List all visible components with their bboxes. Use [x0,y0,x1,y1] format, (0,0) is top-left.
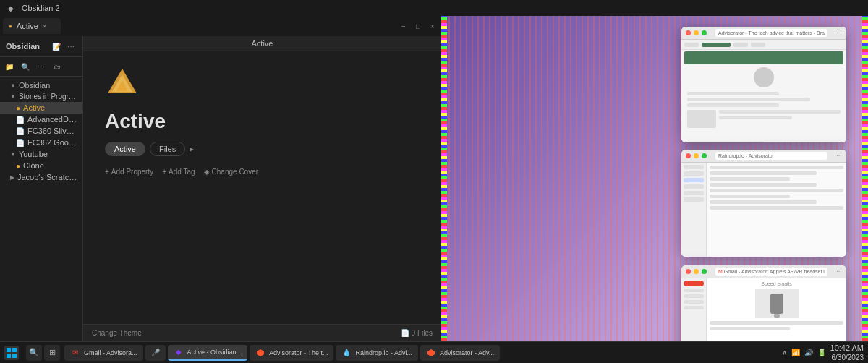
tree-item-obsidian-root[interactable]: ▼ Obsidian [0,80,82,91]
note-icon: 📄 [16,127,25,135]
graph-icon[interactable]: ⋯ [35,60,48,73]
tree-item-fc360[interactable]: 📄 FC360 Silverdeck: Re... [0,125,82,137]
tree-item-fc362[interactable]: 📄 FC362 Google Fabric:... [0,137,82,148]
running-app-label-brave2: Advisorator - Adv... [440,349,494,356]
clock-display[interactable]: 10:42 AM 6/30/2023 [830,343,864,362]
tree-item-stories[interactable]: ▼ Stories in Progress [0,91,82,102]
search-icon: 🔍 [29,348,39,357]
raindrop-main [707,163,846,257]
sidebar-item [684,294,704,298]
browser-titlebar-3: M Gmail - Advisorator: Apple's AR/VR hea… [681,265,846,278]
browser-titlebar-2: Raindrop.io - Advisorator ⋯ [681,150,846,163]
files-icon[interactable]: 📁 [3,60,16,73]
sidebar-item [684,171,704,176]
phone-shape [770,294,783,314]
sidebar-title: Obsidian [6,42,40,51]
close-icon[interactable]: × [427,20,438,32]
tab-active[interactable]: ● Active × [3,18,61,34]
url-text-2: Raindrop.io - Advisorator [718,153,774,158]
running-app-label-brave1: Advisorator - The t... [269,349,328,356]
tree-item-youtube[interactable]: ▼ Youtube [0,148,82,160]
text-line [719,116,792,119]
running-app-label-obsidian: Active - Obsidian... [187,349,242,356]
site-header-bar [684,51,843,64]
running-app-brave1[interactable]: Advisorator - The t... [250,345,333,361]
email-subject: Speed emails [710,281,843,286]
running-app-brave2[interactable]: Advisorator - Adv... [420,345,500,361]
bottom-taskbar: 🔍 ⊞ ✉ Gmail - Advisora... 🎤 ◆ Active - O… [0,341,868,363]
svg-rect-5 [7,354,11,358]
window-more-icon-2[interactable]: ⋯ [836,153,842,159]
content-lines [681,90,846,129]
product-img [755,289,799,318]
svg-rect-3 [7,348,11,352]
tree-item-clone[interactable]: ● Clone [0,160,82,171]
search-icon[interactable]: 🔍 [19,60,32,73]
tree-item-advanceddvr[interactable]: 📄 AdvancedDVR [0,114,82,125]
editor-breadcrumb: Active [83,36,441,51]
note-logo-icon [105,66,140,107]
svg-rect-6 [12,354,17,358]
editor-content[interactable]: Active Active Files ▸ + Add Property + [83,51,441,324]
browser-window-raindrop[interactable]: Raindrop.io - Advisorator ⋯ [681,150,846,257]
note-tab-files[interactable]: Files [150,142,185,156]
windows-start-icon[interactable] [4,346,19,360]
color-bar-left [441,16,447,341]
note-icon: 📄 [16,139,25,147]
expand-icon: ▼ [10,82,16,89]
tray-expand-icon[interactable]: ∧ [782,349,787,356]
tab-bar: ● Active × − □ × [0,16,441,36]
browser-window-gmail[interactable]: M Gmail - Advisorator: Apple's AR/VR hea… [681,265,846,341]
window-more-icon-3[interactable]: ⋯ [836,268,842,275]
tab-close-icon[interactable]: × [43,22,47,30]
running-app-mic[interactable]: 🎤 [145,345,166,361]
url-bar-3[interactable]: M Gmail - Advisorator: Apple's AR/VR hea… [715,268,827,276]
add-tag-icon: + [162,168,166,176]
sidebar-menu-icon[interactable]: ⋯ [65,40,77,52]
content-line [710,171,817,175]
running-app-gmail[interactable]: ✉ Gmail - Advisora... [64,345,143,361]
add-property-btn[interactable]: + Add Property [105,168,153,176]
bookmark-icon[interactable]: 🗂 [51,60,64,73]
obsidian-app-icon: ◆ [174,347,184,357]
sidebar-item-active [684,178,704,182]
running-app-raindrop[interactable]: 💧 Raindrop.io - Advi... [336,345,418,361]
expand-icon: ▶ [10,174,14,181]
color-bar-right [862,16,868,341]
compose-btn [684,281,704,286]
volume-icon[interactable]: 🔊 [804,349,813,356]
url-bar-1[interactable]: Advisorator - The tech advice that matte… [715,29,827,37]
url-bar-2[interactable]: Raindrop.io - Advisorator [715,152,827,160]
more-icon[interactable]: ▸ [190,144,194,154]
running-app-obsidian[interactable]: ◆ Active - Obsidian... [168,345,248,361]
note-title: Active [105,110,166,133]
window-more-icon-1[interactable]: ⋯ [836,30,842,36]
add-tag-btn[interactable]: + Add Tag [162,168,195,176]
battery-icon[interactable]: 🔋 [817,349,826,356]
files-count-btn[interactable]: 📄 0 Files [401,329,433,337]
content-line [710,327,790,330]
change-cover-btn[interactable]: ◈ Change Cover [204,168,258,176]
note-icon: ● [16,162,20,170]
browser-body-3: Speed emails [681,278,846,341]
maximize-icon[interactable]: □ [412,20,424,32]
note-tab-active[interactable]: Active [105,142,145,156]
network-icon[interactable]: 📶 [791,349,800,356]
sidebar-header: Obsidian 📝 ⋯ [0,36,82,57]
change-theme-btn[interactable]: Change Theme [92,329,142,337]
pinned-search[interactable]: 🔍 [26,345,42,361]
system-tray: ∧ 📶 🔊 🔋 10:42 AM 6/30/2023 [782,343,864,362]
taskbar-start-area [4,346,19,360]
new-note-icon[interactable]: 📝 [51,40,62,52]
content-line [710,321,843,325]
sidebar: Obsidian 📝 ⋯ 📁 🔍 ⋯ 🗂 ▼ Obsid [0,36,83,341]
editor-area: Active Active Active Files [83,36,441,341]
note-icon: ● [16,104,20,112]
gmail-sidebar [681,278,707,341]
tree-item-scratchpad[interactable]: ▶ Jacob's Scratchpad [0,171,82,183]
minimize-icon[interactable]: − [398,20,409,32]
browser-window-advisorator[interactable]: Advisorator - The tech advice that matte… [681,27,846,142]
taskbar-running-apps: ✉ Gmail - Advisora... 🎤 ◆ Active - Obsid… [64,345,500,361]
pinned-task-view[interactable]: ⊞ [44,345,60,361]
tree-item-active[interactable]: ● Active [0,102,82,114]
